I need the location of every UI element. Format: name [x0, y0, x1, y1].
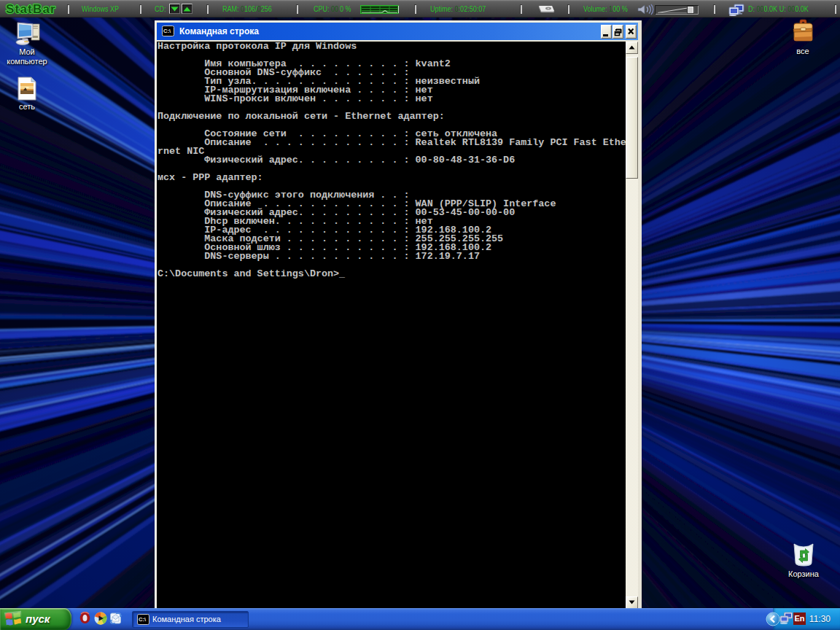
- svg-text:StatBar: StatBar: [6, 2, 56, 16]
- svg-text:C:\: C:\: [139, 616, 147, 623]
- svg-text:C:\: C:\: [163, 28, 171, 34]
